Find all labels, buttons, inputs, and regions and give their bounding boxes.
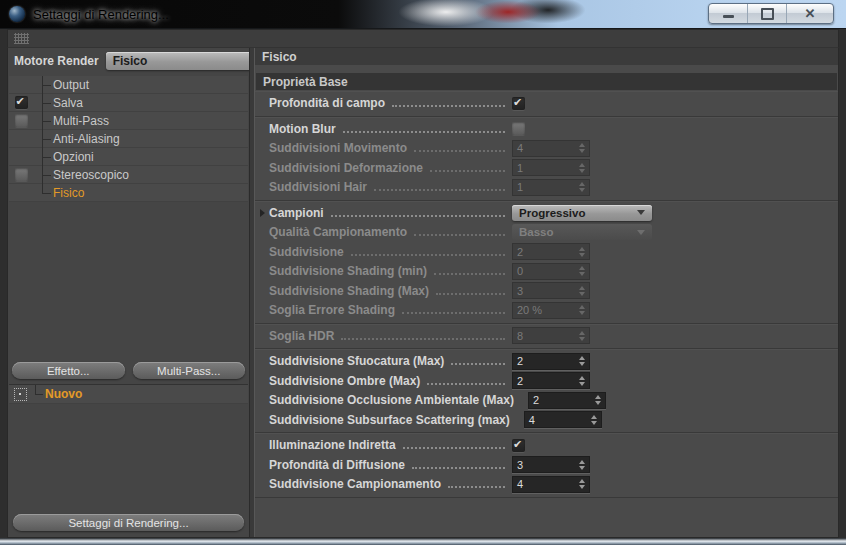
setting-label: Suddivisioni Hair (269, 180, 367, 194)
setting-label: Suddivisione Campionamento (269, 477, 441, 491)
tree-item-label: Opzioni (53, 150, 94, 164)
stepper-arrows-icon[interactable] (579, 479, 585, 489)
setting-row: Suddivisione Sfuocatura (Max) 2 (255, 352, 838, 372)
titlebar[interactable]: Settaggi di Rendering... ✕ (0, 0, 846, 29)
arrow-up-icon (579, 479, 585, 483)
tree-item-opzioni[interactable]: Opzioni (9, 148, 248, 166)
effect-button[interactable]: Effetto... (12, 362, 125, 379)
stepper-arrows-icon (579, 331, 585, 341)
arrow-down-icon (579, 169, 585, 173)
tree-checkbox-column (9, 96, 33, 109)
enable-checkbox[interactable] (15, 96, 28, 109)
tree-item-fisico[interactable]: Fisico (9, 184, 248, 202)
setting-label: Profondità di campo (269, 96, 385, 110)
setting-label: Qualità Campionamento (269, 225, 407, 239)
tree-item-label: Anti-Aliasing (53, 132, 120, 146)
setting-row: Profondità di campo (255, 94, 838, 114)
setting-row: Suddivisione Ombre (Max) 2 (255, 371, 838, 391)
effect-buttons-row: Effetto... Multi-Pass... (9, 362, 248, 379)
stepper-value: 2 (533, 394, 595, 406)
setting-row: Suddivisioni Movimento 4 (255, 139, 838, 159)
setting-checkbox[interactable] (512, 97, 525, 110)
tree-item-stereoscopico[interactable]: Stereoscopico (9, 166, 248, 184)
maximize-button[interactable] (748, 4, 787, 23)
panel-body: Proprietà Base Profondità di campo Motio… (255, 65, 838, 537)
stepper-value: 4 (529, 414, 591, 426)
dotted-leader (412, 467, 505, 469)
number-stepper: 20 % (512, 302, 590, 319)
setting-row: Campioni Progressivo (255, 203, 838, 223)
tree-branch-line (42, 148, 53, 165)
tree-branch-line (42, 76, 53, 93)
tree-branch-line (42, 166, 53, 183)
preset-item-nuovo[interactable]: Nuovo (9, 385, 248, 404)
section-header[interactable]: Proprietà Base (256, 73, 837, 90)
dotted-leader (414, 150, 505, 152)
setting-control-slot (512, 97, 828, 110)
setting-row: Suddivisioni Hair 1 (255, 178, 838, 198)
render-engine-dropdown[interactable]: Fisico (106, 52, 266, 70)
arrow-up-icon (579, 460, 585, 464)
arrow-up-icon (579, 163, 585, 167)
grip-dots-icon[interactable] (14, 33, 29, 44)
setting-control-slot: Basso (512, 224, 828, 240)
preset-label: Nuovo (45, 387, 82, 401)
number-stepper[interactable]: 4 (524, 411, 602, 428)
setting-control-slot: 3 (512, 456, 828, 473)
window-frame: Motore Render Fisico Output Salva Multi (0, 29, 846, 538)
number-stepper[interactable]: 4 (512, 476, 590, 493)
tree-item-label: Salva (53, 96, 83, 110)
enable-checkbox[interactable] (15, 114, 28, 127)
setting-label: Motion Blur (269, 122, 336, 136)
tree-branch-line (42, 184, 53, 201)
stepper-arrows-icon[interactable] (579, 376, 585, 386)
settings-group: Soglia HDR 8 (255, 324, 838, 350)
setting-control-slot: 2 (512, 372, 828, 389)
render-preset-target-icon (14, 388, 27, 401)
multipass-button[interactable]: Multi-Pass... (133, 362, 246, 379)
window-bottom-edge (0, 538, 846, 545)
setting-checkbox[interactable] (512, 122, 525, 135)
render-settings-menu-button[interactable]: Settaggi di Rendering... (13, 514, 244, 531)
number-stepper[interactable]: 2 (512, 372, 590, 389)
number-stepper[interactable]: 3 (512, 456, 590, 473)
minimize-button[interactable] (709, 4, 748, 23)
tree-item-output[interactable]: Output (9, 76, 248, 94)
number-stepper[interactable]: 2 (512, 353, 590, 370)
setting-label: Suddivisione Occlusione Ambientale (Max) (269, 393, 514, 407)
number-stepper[interactable]: 2 (528, 392, 606, 409)
setting-label: Suddivisione Subsurface Scattering (max) (269, 413, 510, 427)
setting-control-slot: 2 (512, 353, 828, 370)
enable-checkbox[interactable] (15, 168, 28, 181)
stepper-arrows-icon (579, 182, 585, 192)
number-stepper: 3 (512, 282, 590, 299)
tree-item-salva[interactable]: Salva (9, 94, 248, 112)
render-engine-row: Motore Render Fisico (9, 48, 248, 74)
dotted-leader (392, 105, 505, 107)
arrow-up-icon (579, 286, 585, 290)
stepper-arrows-icon[interactable] (595, 395, 601, 405)
close-button[interactable]: ✕ (787, 4, 833, 23)
setting-row: Suddivisione Shading (min) 0 (255, 262, 838, 282)
expander-arrow-icon[interactable] (260, 209, 265, 217)
stepper-arrows-icon[interactable] (579, 460, 585, 470)
setting-control-slot: 4 (524, 411, 838, 428)
stepper-arrows-icon[interactable] (579, 356, 585, 366)
tree-item-multi-pass[interactable]: Multi-Pass (9, 112, 248, 130)
minimize-icon (723, 15, 734, 18)
tree-item-label: Output (53, 78, 89, 92)
stepper-arrows-icon (579, 286, 585, 296)
tree-item-label: Fisico (53, 186, 84, 200)
setting-label: Suddivisione Ombre (Max) (269, 374, 420, 388)
stepper-value: 4 (517, 142, 579, 154)
arrow-down-icon (579, 337, 585, 341)
stepper-value: 1 (517, 181, 579, 193)
stepper-value: 0 (517, 265, 579, 277)
dotted-leader (402, 312, 505, 314)
tree-item-anti-aliasing[interactable]: Anti-Aliasing (9, 130, 248, 148)
setting-dropdown[interactable]: Progressivo (512, 205, 652, 221)
setting-label: Campioni (269, 206, 324, 220)
render-settings-window: Settaggi di Rendering... ✕ Motore Render… (0, 0, 846, 545)
stepper-arrows-icon[interactable] (591, 415, 597, 425)
setting-checkbox[interactable] (512, 439, 525, 452)
